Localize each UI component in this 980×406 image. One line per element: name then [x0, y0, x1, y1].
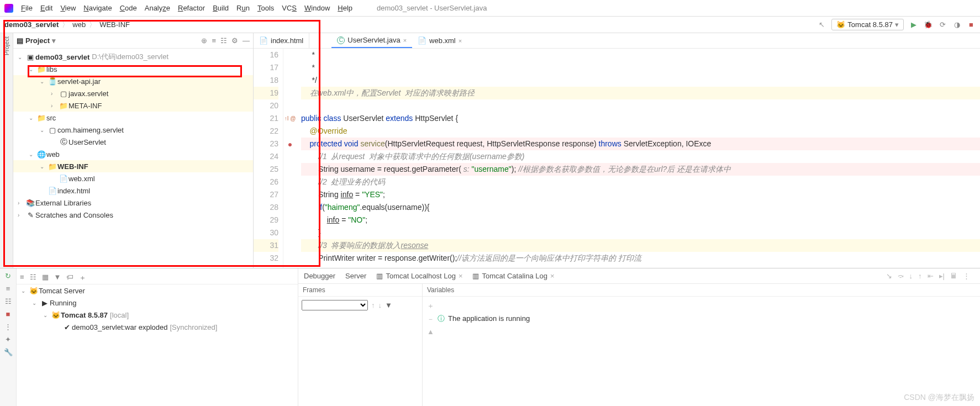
- navigation-bar: demo03_servlet 〉 web 〉 WEB-INF ↖ 🐱 Tomca…: [0, 17, 980, 33]
- hide-icon[interactable]: —: [243, 36, 250, 45]
- close-icon[interactable]: ×: [459, 272, 463, 280]
- breadcrumb-item[interactable]: demo03_servlet: [4, 20, 59, 29]
- rerun-icon[interactable]: ↻: [5, 272, 11, 280]
- show-exec-point-icon[interactable]: ↘: [886, 272, 892, 280]
- menu-edit[interactable]: Edit: [40, 4, 52, 12]
- variables-panel: Variables ＋ － ▲ ⓘ The application is run…: [423, 284, 980, 406]
- log-icon: ▥: [376, 272, 383, 280]
- close-icon[interactable]: ×: [403, 37, 407, 44]
- expand-all-icon[interactable]: ≡: [212, 36, 216, 45]
- stop-button-icon[interactable]: ■: [967, 20, 976, 29]
- chevron-down-icon: ▾: [52, 36, 56, 45]
- tab-debugger[interactable]: Debugger: [304, 272, 335, 280]
- add-watch-icon[interactable]: ＋: [427, 301, 434, 311]
- collapse-icon[interactable]: ☷: [5, 297, 12, 305]
- remove-watch-icon[interactable]: －: [427, 314, 434, 324]
- editor-tab-index[interactable]: 📄 index.html: [254, 33, 309, 48]
- tree-item-demo03-servlet[interactable]: ⌄▣demo03_servletD:\代码\demo03_servlet: [13, 51, 253, 63]
- breadcrumb-item[interactable]: web: [72, 20, 86, 29]
- html-icon: 📄: [259, 36, 268, 45]
- panel-title[interactable]: ▤ Project ▾: [17, 36, 56, 45]
- run-button-icon[interactable]: ▶: [909, 20, 918, 29]
- tree-item-meta-inf[interactable]: ›📁META-INF: [13, 99, 253, 112]
- menu-help[interactable]: Help: [338, 4, 352, 12]
- tab-localhost-log[interactable]: ▥Tomcat Localhost Log×: [376, 272, 462, 280]
- menu-file[interactable]: File: [21, 4, 33, 12]
- locate-icon[interactable]: ⊕: [201, 36, 207, 45]
- collapse-all-icon[interactable]: ☷: [220, 36, 227, 45]
- settings-icon[interactable]: ✦: [5, 335, 11, 344]
- wrench-icon[interactable]: 🔧: [4, 348, 13, 356]
- expand-icon[interactable]: ≡: [6, 284, 10, 293]
- step-into-icon[interactable]: ↓: [909, 272, 913, 280]
- menu-refactor[interactable]: Refactor: [178, 4, 205, 12]
- run-configuration-selector[interactable]: 🐱 Tomcat 8.5.87 ▾: [831, 19, 904, 30]
- debug-button-icon[interactable]: 🐞: [924, 20, 932, 29]
- menu-analyze[interactable]: Analyze: [145, 4, 170, 12]
- evaluate-icon[interactable]: 🖩: [950, 272, 957, 280]
- frames-title: Frames: [298, 284, 422, 297]
- menu-build[interactable]: Build: [213, 4, 229, 12]
- menu-view[interactable]: View: [60, 4, 76, 12]
- tab-server[interactable]: Server: [345, 272, 366, 280]
- menu-navigate[interactable]: Navigate: [83, 4, 112, 12]
- up-icon[interactable]: ▲: [427, 328, 434, 336]
- gear-icon[interactable]: ⚙: [231, 36, 238, 45]
- service-item[interactable]: ⌄▶Running: [17, 297, 298, 309]
- tree-item-index-html[interactable]: 📄index.html: [13, 184, 253, 197]
- menu-run[interactable]: Run: [236, 4, 250, 12]
- more-icon[interactable]: ⋮: [963, 272, 970, 280]
- tree-item-libs[interactable]: ⌄📁libs: [13, 63, 253, 75]
- menu-tools[interactable]: Tools: [257, 4, 274, 12]
- step-over-icon[interactable]: ⤼: [898, 272, 904, 280]
- collapse-all-icon[interactable]: ☷: [30, 273, 36, 283]
- services-tree[interactable]: ≡ ☷ ▦ ▼ 🏷 ＋ ⌄🐱Tomcat Server⌄▶Running⌄🐱To…: [17, 268, 298, 406]
- stop-icon[interactable]: ■: [6, 310, 10, 318]
- run-to-cursor-icon[interactable]: ▸|: [939, 272, 945, 280]
- group-icon[interactable]: ▦: [42, 273, 49, 283]
- close-icon[interactable]: ×: [459, 38, 462, 44]
- back-icon[interactable]: ↖: [817, 20, 826, 29]
- watermark: CSDN @海梦在飘扬: [904, 393, 974, 403]
- next-frame-icon[interactable]: ↓: [378, 301, 382, 309]
- tag-icon[interactable]: 🏷: [66, 273, 73, 283]
- tree-item-web-xml[interactable]: 📄web.xml: [13, 172, 253, 184]
- menu-window[interactable]: Window: [304, 4, 330, 12]
- expand-all-icon[interactable]: ≡: [20, 273, 24, 283]
- prev-frame-icon[interactable]: ↑: [371, 301, 375, 309]
- app-logo-icon: [4, 4, 13, 13]
- project-tool-button[interactable]: Project: [3, 36, 10, 55]
- frames-thread-selector[interactable]: [302, 300, 368, 310]
- filter-icon[interactable]: ▼: [385, 301, 392, 309]
- breadcrumb[interactable]: demo03_servlet 〉 web 〉 WEB-INF: [4, 20, 130, 30]
- run-coverage-icon[interactable]: ⟳: [938, 20, 947, 29]
- variables-message: The application is running: [448, 314, 530, 323]
- filter-icon[interactable]: ⋮: [4, 323, 12, 331]
- service-item[interactable]: ⌄🐱Tomcat 8.5.87 [local]: [17, 309, 298, 321]
- tree-item-web[interactable]: ⌄🌐web: [13, 148, 253, 160]
- filter-icon[interactable]: ▼: [54, 273, 61, 283]
- tree-item-javax-servlet[interactable]: ›▢javax.servlet: [13, 87, 253, 99]
- service-item[interactable]: ⌄🐱Tomcat Server: [17, 284, 298, 297]
- tree-item-external-libraries[interactable]: ›📚External Libraries: [13, 197, 253, 209]
- services-subtabs: Debugger Server ▥Tomcat Localhost Log× ▥…: [298, 268, 980, 284]
- menu-code[interactable]: Code: [120, 4, 137, 12]
- breadcrumb-item[interactable]: WEB-INF: [99, 20, 130, 29]
- editor-tab-userservlet[interactable]: C UserServlet.java ×: [331, 33, 412, 48]
- tree-item-com-haimeng-servlet[interactable]: ⌄▢com.haimeng.servlet: [13, 124, 253, 136]
- tree-item-src[interactable]: ⌄📁src: [13, 112, 253, 124]
- frames-panel: Frames ↑ ↓ ▼: [298, 284, 423, 406]
- profile-icon[interactable]: ◑: [952, 20, 961, 29]
- step-out-icon[interactable]: ↑: [918, 272, 922, 280]
- service-item[interactable]: ✔demo03_servlet:war exploded [Synchroniz…: [17, 321, 298, 333]
- add-icon[interactable]: ＋: [79, 273, 86, 283]
- tree-item-scratches-and-consoles[interactable]: ›✎Scratches and Consoles: [13, 209, 253, 221]
- tree-item-servlet-api-jar[interactable]: ⌄🫙servlet-api.jar: [13, 75, 253, 87]
- close-icon[interactable]: ×: [550, 272, 555, 280]
- tab-catalina-log[interactable]: ▥Tomcat Catalina Log×: [472, 272, 554, 280]
- drop-frame-icon[interactable]: ⇤: [928, 272, 934, 280]
- menu-vcs[interactable]: VCS: [282, 4, 297, 12]
- tree-item-userservlet[interactable]: ⒸUserServlet: [13, 136, 253, 148]
- tree-item-web-inf[interactable]: ⌄📁WEB-INF: [13, 160, 253, 172]
- editor-tab-webxml[interactable]: 📄 web.xml ×: [412, 33, 467, 48]
